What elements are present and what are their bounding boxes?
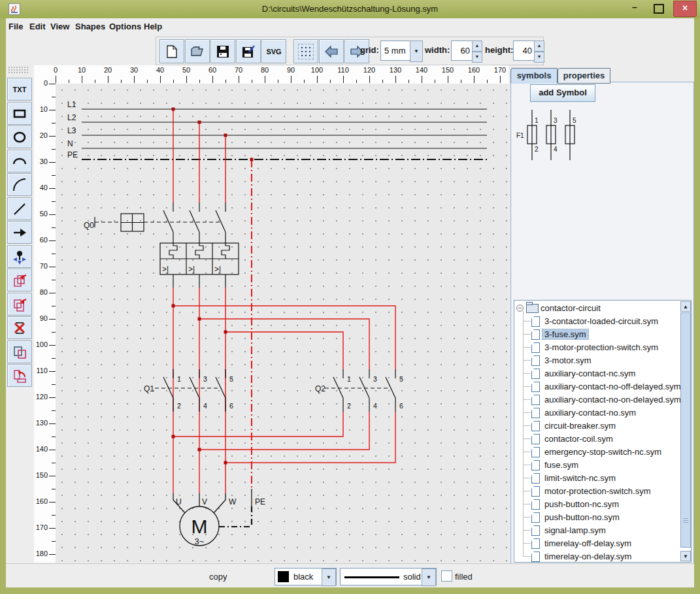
tree-item[interactable]: 3-contactor-loaded-circuit.sym: [514, 315, 671, 328]
tree-item-label[interactable]: 3-motor.sym: [542, 355, 593, 365]
tab-symbols[interactable]: symbols: [510, 68, 558, 84]
tree-item[interactable]: signal-lamp.sym: [514, 524, 671, 537]
tree-item-label[interactable]: circuit-breaker.sym: [542, 421, 618, 431]
tab-properties[interactable]: properties: [558, 68, 610, 84]
tree-item[interactable]: auxiliary-contact-no-on-delayed.sym: [514, 393, 671, 406]
tree-item[interactable]: contactor-coil.sym: [514, 433, 671, 446]
tree-item-label[interactable]: 3-contactor-loaded-circuit.sym: [542, 316, 660, 326]
menu-shapes[interactable]: Shapes: [75, 22, 105, 33]
tree-item-label[interactable]: emergency-stop-switch-nc.sym: [542, 447, 663, 457]
tree-item-label[interactable]: fuse.sym: [542, 460, 580, 470]
tree-item[interactable]: timerelay-off-delay.sym: [514, 537, 671, 550]
menu-view[interactable]: View: [50, 22, 69, 33]
quarter-arc-tool-button[interactable]: [7, 173, 32, 196]
tree-item-label[interactable]: 3-motor-protection-switch.sym: [542, 342, 660, 352]
tree-item[interactable]: auxiliary-contact-nc.sym: [514, 367, 671, 380]
undo-button[interactable]: [319, 39, 344, 63]
tree-item-label[interactable]: contactor-coil.sym: [542, 434, 615, 444]
height-spinner[interactable]: ▲▼: [534, 41, 544, 63]
line-style-select[interactable]: solid ▼: [340, 568, 437, 586]
palette-drag-handle[interactable]: [8, 66, 29, 74]
tree-item-label[interactable]: push-button-nc.sym: [542, 499, 621, 509]
tree-item-label[interactable]: auxiliary-contact-no-on-delayed.sym: [542, 395, 683, 404]
tree-item-label[interactable]: auxiliary-contact-no-off-delayed.sym: [542, 382, 683, 391]
file-icon: [531, 369, 540, 379]
tree-root-row[interactable]: − contactor-circuit: [514, 302, 671, 315]
symbol-q2-contactor[interactable]: [325, 369, 395, 412]
tree-item-label[interactable]: signal-lamp.sym: [542, 525, 608, 535]
tree-item[interactable]: fuse.sym: [514, 459, 671, 472]
tree-item[interactable]: motor-protection-switch.sym: [514, 485, 671, 498]
arc-tool-button[interactable]: [7, 150, 32, 173]
minimize-button[interactable]: –: [629, 2, 640, 14]
open-file-button[interactable]: [185, 39, 210, 63]
scrollbar-thumb[interactable]: [680, 312, 691, 548]
copy-tool-button[interactable]: [7, 340, 32, 363]
symbol-motor[interactable]: [173, 489, 252, 546]
arrow-tool-button[interactable]: [7, 221, 32, 244]
ellipse-tool-button[interactable]: [7, 125, 32, 148]
line-style-arrow-icon[interactable]: ▼: [422, 569, 436, 586]
tree-item[interactable]: push-button-no.sym: [514, 511, 671, 524]
color-select[interactable]: black ▼: [275, 568, 337, 586]
scroll-down-button[interactable]: ▼: [680, 551, 691, 561]
maximize-button[interactable]: [654, 4, 664, 14]
tree-item[interactable]: emergency-stop-switch-nc.sym: [514, 446, 671, 459]
delete-tool-button[interactable]: [7, 316, 32, 339]
tree-item[interactable]: 3-motor.sym: [514, 354, 671, 367]
power-rails[interactable]: [82, 109, 487, 159]
close-button[interactable]: ×: [673, 1, 697, 17]
tree-item-label[interactable]: motor-protection-switch.sym: [542, 486, 653, 496]
tree-item[interactable]: auxiliary-contact-no-off-delayed.sym: [514, 380, 671, 393]
tree-item-label[interactable]: auxiliary-contact-nc.sym: [542, 369, 637, 378]
width-input[interactable]: 60: [451, 41, 473, 61]
pin-tool-button[interactable]: [7, 245, 32, 268]
tree-item-label[interactable]: timerelay-off-delay.sym: [542, 538, 633, 548]
new-file-button[interactable]: [159, 39, 184, 63]
tree-item[interactable]: auxiliary-contact-no.sym: [514, 406, 671, 420]
tree-item[interactable]: 3-motor-protection-switch.sym: [514, 341, 671, 354]
save-as-button[interactable]: [236, 39, 261, 63]
tree-item[interactable]: push-button-nc.sym: [514, 498, 671, 511]
menu-file[interactable]: File: [8, 22, 23, 33]
tree-item-label[interactable]: timerelay-on-delay.sym: [542, 552, 633, 561]
height-input[interactable]: 40: [513, 41, 535, 61]
tree-item-label[interactable]: limit-switch-nc.sym: [542, 473, 618, 483]
export-svg-button[interactable]: SVG: [261, 39, 286, 63]
import-symbol-button[interactable]: [7, 269, 32, 291]
tree-item-label[interactable]: push-button-no.sym: [542, 512, 622, 522]
hruler-number: 90: [281, 66, 301, 74]
menu-options[interactable]: Options: [109, 22, 141, 33]
preview-pin: 4: [554, 146, 558, 153]
save-button[interactable]: [210, 39, 235, 63]
menu-help[interactable]: Help: [144, 22, 162, 33]
drawing-canvas[interactable]: L1 L2 L3 N PE: [56, 84, 508, 563]
rectangle-tool-button[interactable]: [7, 102, 32, 125]
filled-checkbox[interactable]: [441, 570, 452, 582]
line-tool-button[interactable]: [7, 197, 32, 220]
add-symbol-button[interactable]: add Symbol: [530, 84, 595, 102]
hruler-number: 30: [124, 66, 144, 74]
color-select-arrow-icon[interactable]: ▼: [322, 569, 336, 586]
tree-item[interactable]: limit-switch-nc.sym: [514, 472, 671, 485]
tree-stub: [523, 373, 531, 374]
tree-item[interactable]: timerelay-on-delay.sym: [514, 550, 671, 562]
tree-item[interactable]: circuit-breaker.sym: [514, 420, 671, 433]
rotate-tool-button[interactable]: [7, 364, 32, 387]
grid-size-select[interactable]: 5 mm: [380, 41, 414, 61]
scroll-up-button[interactable]: ▲: [680, 301, 691, 312]
width-spinner[interactable]: ▲▼: [472, 41, 482, 63]
symbol-q0-motor-protection-switch[interactable]: [95, 203, 239, 288]
tree-item-label[interactable]: 3-fuse.sym: [542, 329, 588, 339]
tree-item-label[interactable]: auxiliary-contact-no.sym: [542, 408, 638, 418]
grid-select-arrow-icon[interactable]: ▼: [410, 41, 423, 62]
text-tool-button[interactable]: TXT: [7, 78, 32, 101]
tree-item[interactable]: 3-fuse.sym: [514, 328, 671, 341]
symbol-q1-contactor[interactable]: [155, 369, 225, 412]
tree-collapse-icon[interactable]: −: [516, 305, 524, 312]
import-symbol-alt-button[interactable]: [7, 293, 32, 316]
grid-toggle-button[interactable]: [293, 39, 318, 63]
menu-edit[interactable]: Edit: [29, 22, 46, 33]
save-icon: [215, 44, 231, 59]
wires[interactable]: [173, 109, 395, 493]
